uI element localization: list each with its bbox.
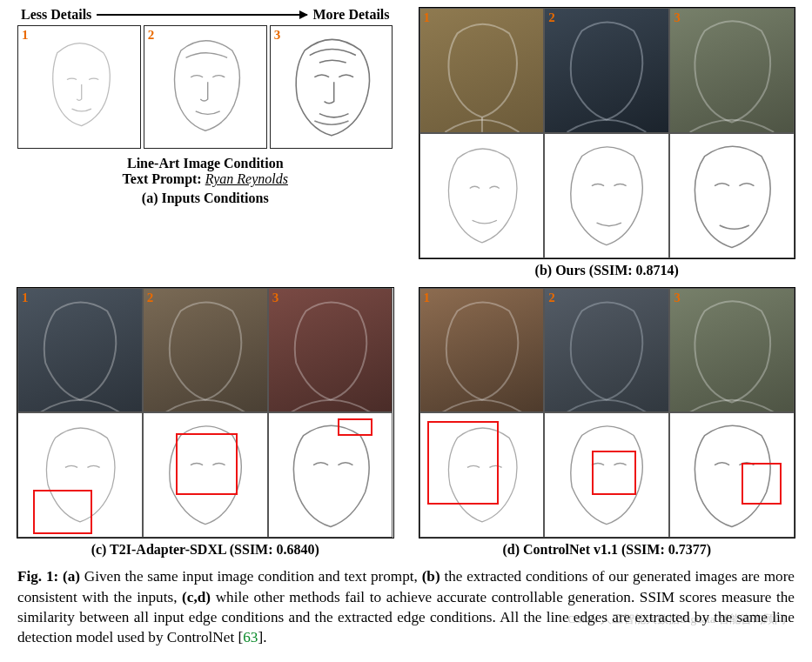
result-cell: 1 [419,288,545,413]
portrait-icon [269,289,393,412]
result-cell: 2 [544,288,669,413]
result-cell [268,412,393,538]
portrait-icon [670,9,794,132]
lineart-sketch-icon [670,134,794,257]
tile-number: 2 [147,291,154,305]
caption-sub-cd: (c,d) [182,589,211,605]
portrait-icon [670,289,794,412]
figure-grid: Less Details More Details 1 2 [17,7,795,558]
input-tile-row: 1 2 [17,25,393,149]
panel-d-controlnet: 1 2 3 (d) Control [419,287,795,558]
tile-number: 2 [548,10,555,25]
tile-number: 1 [424,10,431,25]
result-cell: 2 [143,288,268,413]
error-highlight-box [742,463,781,505]
result-cell: 1 [419,8,545,133]
lineart-sketch-icon [545,134,668,257]
tile-number: 1 [22,291,29,305]
tile-number: 3 [674,10,681,25]
error-highlight-box [427,421,499,505]
result-cell [669,133,795,258]
result-grid: 1 2 3 [419,287,796,539]
caption-period: . [263,629,266,645]
detail-arrow: Less Details More Details [17,7,393,23]
error-highlight-box [338,418,372,436]
arrow-label-left: Less Details [21,7,91,23]
panel-b-ours: 1 2 3 [419,7,795,278]
result-cell: 3 [669,288,795,413]
input-tile: 3 [270,25,393,149]
result-grid: 1 2 3 [17,287,394,539]
error-highlight-box [592,451,636,495]
prompt-value: Ryan Reynolds [205,171,288,186]
lineart-sketch-icon [420,134,544,257]
result-cell [17,412,143,538]
panel-caption: (a) Inputs Conditions [142,191,269,206]
tile-number: 3 [674,291,681,305]
portrait-icon [18,289,142,412]
portrait-icon [545,9,668,132]
error-highlight-box [33,490,92,534]
panel-c-t2i: 1 2 3 (c) T2I-Ada [17,287,393,558]
panel-a-inputs: Less Details More Details 1 2 [17,7,393,278]
panel-caption: (b) Ours (SSIM: 0.8714) [535,263,679,278]
result-cell: 2 [544,8,669,133]
result-cell [669,412,795,538]
tile-number: 1 [22,28,29,43]
caption-text: Given the same input image condition and… [84,568,422,585]
figure-label: Fig. 1: [17,568,58,585]
arrow-label-right: More Details [312,7,389,23]
result-cell [143,412,268,538]
lineart-sketch-icon [269,413,393,537]
result-cell [544,412,669,538]
figure-caption: Fig. 1: (a) Given the same input image c… [17,566,795,647]
input-tile: 1 [17,25,141,149]
prompt-label: Text Prompt: [123,171,202,186]
condition-title: Line-Art Image Condition [127,156,284,171]
panel-caption: (d) ControlNet v1.1 (SSIM: 0.7377) [502,542,711,558]
result-cell [419,412,545,538]
result-cell: 3 [268,288,393,413]
lineart-sketch-icon [18,26,140,148]
portrait-icon [420,289,544,412]
panel-caption: (c) T2I-Adapter-SDXL (SSIM: 0.6840) [91,542,319,558]
portrait-icon [545,289,668,412]
tile-number: 2 [548,291,555,305]
tile-number: 1 [424,291,431,305]
result-cell [419,133,545,258]
error-highlight-box [176,433,238,495]
portrait-icon [144,289,267,412]
result-cell [544,133,669,258]
result-cell: 3 [669,8,795,133]
portrait-icon [420,9,544,132]
input-tile: 2 [144,25,267,149]
prompt-line: Text Prompt: Ryan Reynolds [123,171,288,187]
tile-number: 3 [272,291,279,305]
result-grid: 1 2 3 [419,7,796,259]
watermark-text: CSDN 人工智能大数据Bigdata 智能咨询顾问 [567,612,786,627]
tile-number: 2 [148,28,155,43]
lineart-sketch-icon [144,26,266,148]
caption-sub-a: (a) [63,568,80,585]
citation-link[interactable]: 63 [243,629,258,645]
tile-number: 3 [274,28,281,43]
lineart-sketch-icon [271,26,393,148]
result-cell: 1 [17,288,143,413]
arrow-line-icon [97,14,307,16]
caption-sub-b: (b) [422,568,440,585]
